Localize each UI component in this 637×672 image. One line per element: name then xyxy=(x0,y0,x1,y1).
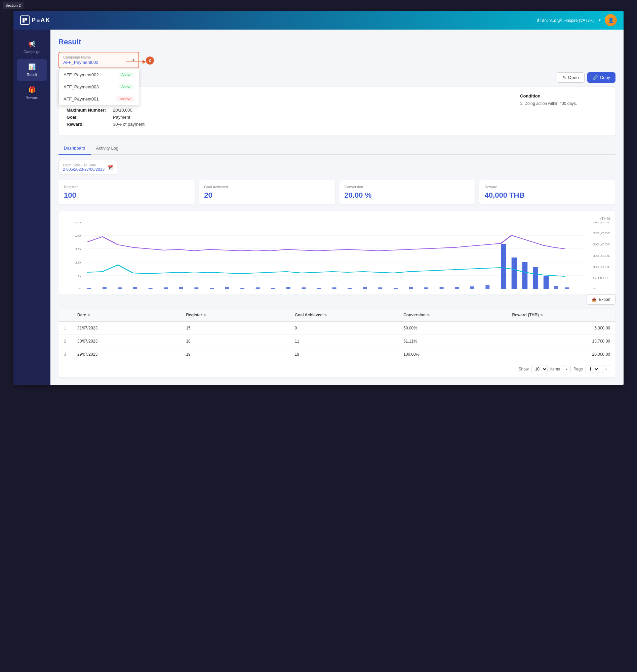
annotation-arrow-svg xyxy=(126,58,146,66)
stat-value-reward: 40,000 THB xyxy=(485,191,610,200)
page-title: Result xyxy=(58,38,616,47)
result-icon: 📊 xyxy=(28,63,36,71)
dropdown-item-name-1: AFF_Payment003 xyxy=(63,84,99,89)
company-chevron[interactable]: ▾ xyxy=(599,18,601,22)
goal-label: Goal: xyxy=(67,115,110,120)
td-conversion-0: 60.00% xyxy=(398,322,507,334)
th-goal[interactable]: Goal Achieved ⇅ xyxy=(289,309,398,321)
sort-icon-goal: ⇅ xyxy=(324,313,327,317)
campaign-icon: 📢 xyxy=(28,40,36,48)
sort-icon-date: ⇅ xyxy=(87,313,90,317)
stat-card-register: Register 100 xyxy=(58,180,195,204)
sidebar-item-reward[interactable]: 🎁 Reward xyxy=(17,82,47,104)
date-filter-box[interactable]: From Date - To Date 27/05/2023-27/06/202… xyxy=(58,160,117,175)
sort-icon-register: ⇅ xyxy=(203,313,206,317)
th-register[interactable]: Register ⇅ xyxy=(181,309,289,321)
td-goal-0: 9 xyxy=(289,322,398,334)
export-button[interactable]: 📤 Export xyxy=(587,294,616,305)
copy-button[interactable]: 🔗 Copy xyxy=(587,72,616,83)
svg-text:30,000: 30,000 xyxy=(593,222,610,224)
svg-text:10: 10 xyxy=(75,261,81,264)
svg-rect-49 xyxy=(486,285,489,289)
chart-area: 25 20 15 10 5 0 30,000 25,000 20,000 15,… xyxy=(64,222,610,289)
dashboard-section: Dashboard Activity Log From Date - To Da… xyxy=(58,142,616,377)
prev-page-button[interactable]: ‹ xyxy=(563,365,571,373)
svg-rect-43 xyxy=(394,288,398,289)
td-goal-2: 19 xyxy=(289,348,398,361)
svg-rect-30 xyxy=(194,287,198,289)
dropdown-item-2[interactable]: AFF_Payment001 Inactive xyxy=(59,93,139,105)
stat-label-conversion: Conversion xyxy=(345,185,470,189)
current-page-select[interactable]: 1 xyxy=(586,365,599,373)
reward-value: 30% of payment xyxy=(113,122,145,127)
dropdown-item-1[interactable]: AFF_Payment003 Active xyxy=(59,81,139,93)
table-header: Date ⇅ Register ⇅ Goal Achieved ⇅ Conv xyxy=(58,309,616,322)
date-filter-content: From Date - To Date 27/05/2023-27/06/202… xyxy=(63,163,105,172)
chart-svg: 25 20 15 10 5 0 30,000 25,000 20,000 15,… xyxy=(64,222,610,289)
next-page-button[interactable]: › xyxy=(602,365,610,373)
data-table: Date ⇅ Register ⇅ Goal Achieved ⇅ Conv xyxy=(58,309,616,377)
svg-rect-34 xyxy=(256,287,260,289)
svg-rect-28 xyxy=(164,287,168,289)
th-conversion[interactable]: Conversion ⇅ xyxy=(398,309,507,321)
td-conversion-1: 61.11% xyxy=(398,335,507,348)
td-num-1: 2 xyxy=(58,335,72,348)
td-register-0: 15 xyxy=(181,322,289,334)
stats-row: Register 100 Goal Achieved 20 Conversion… xyxy=(58,180,616,204)
svg-rect-35 xyxy=(271,288,275,289)
tab-dashboard[interactable]: Dashboard xyxy=(58,142,91,155)
td-goal-1: 11 xyxy=(289,335,398,348)
td-reward-2: 20,000.00 xyxy=(507,348,616,361)
topbar: P≡AK สำนักงานบัญชี Finspire (VAT7%) ▾ 👤 xyxy=(14,11,623,30)
stat-label-reward: Reward xyxy=(485,185,610,189)
goal-value: Payment xyxy=(113,115,130,120)
svg-text:25: 25 xyxy=(75,222,81,224)
max-number-value: 20/10,000 xyxy=(113,108,132,113)
sort-icon-reward: ⇅ xyxy=(540,313,543,317)
sidebar-label-result: Result xyxy=(26,73,37,77)
condition-text: 1. Doing action within 400 days. xyxy=(520,101,607,106)
td-conversion-2: 100.00% xyxy=(398,348,507,361)
svg-rect-31 xyxy=(210,288,214,289)
svg-text:10,000: 10,000 xyxy=(593,265,610,269)
section-label: Section 2 xyxy=(3,2,23,9)
svg-rect-27 xyxy=(149,288,152,289)
sort-icon-conversion: ⇅ xyxy=(427,313,430,317)
content-area: Result Campaign Name AFF_Payment002 ▾ AF… xyxy=(50,30,623,385)
avatar[interactable]: 👤 xyxy=(605,14,617,26)
svg-rect-45 xyxy=(424,287,428,289)
chart-container: (THB) 25 20 1 xyxy=(58,211,616,294)
svg-rect-29 xyxy=(179,287,183,289)
stat-label-register: Register xyxy=(64,185,189,189)
td-reward-0: 5,000.00 xyxy=(507,322,616,334)
svg-rect-37 xyxy=(302,287,306,289)
svg-rect-1 xyxy=(25,18,27,20)
stat-label-goal: Goal Achieved xyxy=(204,185,329,189)
svg-rect-42 xyxy=(378,287,382,289)
svg-text:20,000: 20,000 xyxy=(593,243,610,246)
items-label: Items xyxy=(550,367,560,371)
sidebar-item-campaign[interactable]: 📢 Campaign xyxy=(17,36,47,58)
svg-rect-26 xyxy=(133,287,137,289)
calendar-icon: 📅 xyxy=(107,165,113,170)
svg-text:5: 5 xyxy=(78,274,81,278)
tab-activity-log[interactable]: Activity Log xyxy=(91,142,124,155)
company-name: สำนักงานบัญชี Finspire (VAT7%) xyxy=(537,17,595,23)
svg-rect-40 xyxy=(348,288,352,289)
sidebar-label-campaign: Campaign xyxy=(23,50,40,54)
tabs-row: Dashboard Activity Log xyxy=(58,142,616,155)
reward-icon: 🎁 xyxy=(28,86,36,93)
stat-card-conversion: Conversion 20.00 % xyxy=(339,180,475,204)
svg-rect-41 xyxy=(363,287,367,289)
th-date[interactable]: Date ⇅ xyxy=(72,309,181,321)
svg-rect-55 xyxy=(554,286,558,289)
svg-rect-54 xyxy=(544,276,549,289)
page-label: Page xyxy=(574,367,583,371)
per-page-select[interactable]: 10 25 50 xyxy=(531,365,548,373)
annotation-bubble: 2 xyxy=(146,56,154,65)
td-register-2: 19 xyxy=(181,348,289,361)
dropdown-item-0[interactable]: AFF_Payment002 Active xyxy=(59,69,139,81)
open-button[interactable]: ✎ Open xyxy=(557,72,585,83)
sidebar-item-result[interactable]: 📊 Result xyxy=(17,59,47,81)
th-reward[interactable]: Reward (THB) ⇅ xyxy=(507,309,616,321)
